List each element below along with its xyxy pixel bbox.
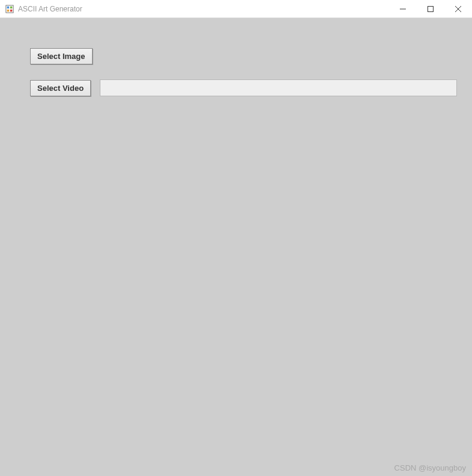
window-title: ASCII Art Generator	[18, 5, 82, 13]
close-button[interactable]	[444, 0, 472, 18]
svg-rect-2	[10, 6, 13, 8]
select-video-button[interactable]: Select Video	[30, 80, 91, 96]
watermark-text: CSDN @isyoungboy	[394, 463, 466, 472]
svg-rect-3	[7, 9, 10, 11]
titlebar: ASCII Art Generator	[0, 0, 472, 18]
minimize-button[interactable]	[389, 0, 417, 18]
maximize-button[interactable]	[417, 0, 444, 18]
svg-rect-1	[7, 6, 10, 8]
select-image-button[interactable]: Select Image	[30, 48, 93, 64]
svg-rect-4	[10, 9, 13, 11]
svg-rect-6	[428, 7, 434, 12]
video-progress-bar	[100, 79, 457, 96]
client-area: Select Image Select Video CSDN @isyoungb…	[0, 18, 472, 476]
select-image-row: Select Image	[30, 48, 457, 64]
app-icon	[5, 4, 14, 14]
window-controls	[389, 0, 472, 18]
select-video-row: Select Video	[30, 79, 457, 96]
